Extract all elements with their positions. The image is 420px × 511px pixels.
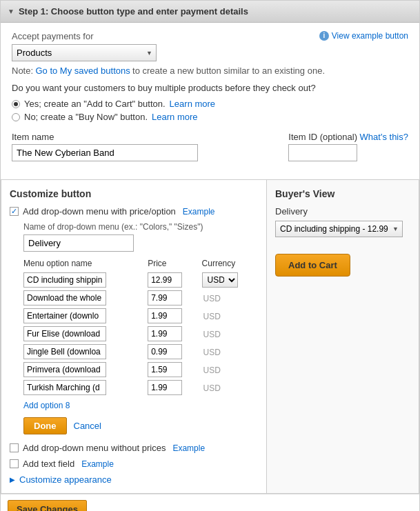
view-example-link[interactable]: View example button [332,31,408,41]
checkbox-textfield-row[interactable]: Add text field Example [10,459,258,469]
table-row: USD [23,325,258,343]
option-price-input[interactable] [148,362,182,377]
delivery-label: Delivery [275,206,410,217]
note-row: Note: Go to My saved buttons to create a… [12,66,408,76]
dropdown-name-hint: Name of drop-down menu (ex.: "Colors," "… [23,222,258,232]
done-button[interactable]: Done [23,417,67,434]
item-id-col: Item ID (optional) What's this? [288,132,408,161]
example-link-2[interactable]: Example [172,443,205,453]
customize-title: Customize button [10,188,258,199]
option-currency-text: USD [202,348,221,357]
item-name-label: Item name [12,132,274,142]
step-header: ▼ Step 1: Choose button type and enter p… [1,1,419,23]
question-row: Do you want your customers to buy multip… [12,83,408,93]
example-link-3[interactable]: Example [81,459,114,469]
option-currency-text: USD [202,383,221,393]
accept-label: Accept payments for [12,31,157,41]
two-panel: Customize button Add drop-down menu with… [1,179,419,494]
radio-yes-learn-more[interactable]: Learn more [170,99,215,109]
option-name-input[interactable] [23,362,106,377]
option-price-input[interactable] [148,272,182,288]
radio-no-dot[interactable] [12,113,20,121]
option-name-input[interactable] [23,290,106,305]
option-price-input[interactable] [148,308,182,323]
option-price-input[interactable] [148,326,182,341]
table-row: USD [23,289,258,307]
note-suffix: to create a new button similar to an exi… [132,66,325,76]
step-body: Accept payments for Products i View exam… [1,23,419,177]
checkbox-dropdown-noprice-row[interactable]: Add drop-down menu without prices Exampl… [10,443,258,453]
example-link-1[interactable]: Example [183,207,215,217]
table-row: USD [23,361,258,379]
save-changes-button[interactable]: Save Changes [8,500,87,511]
radio-yes-row[interactable]: Yes; create an "Add to Cart" button. Lea… [12,99,408,109]
option-name-input[interactable] [23,272,106,288]
product-select[interactable]: Products [12,44,157,61]
checkbox-textfield[interactable] [10,459,19,468]
col-option-header: Menu option name [23,259,148,271]
radio-yes-dot[interactable] [12,100,20,108]
option-currency-select[interactable]: USD [202,272,238,288]
option-currency-text: USD [202,312,221,321]
step-title: Step 1: Choose button type and enter pay… [19,6,248,17]
table-row: USD [23,343,258,361]
cancel-link[interactable]: Cancel [74,421,101,431]
accept-left: Accept payments for Products [12,31,157,61]
checkbox-textfield-label: Add text field [23,459,74,469]
customize-appearance-label: Customize appearance [19,474,112,485]
product-select-wrap[interactable]: Products [12,44,157,61]
info-icon: i [319,31,329,41]
option-price-input[interactable] [148,380,182,395]
saved-buttons-link[interactable]: Go to My saved buttons [35,66,130,76]
buyers-panel: Buyer's View Delivery CD including shipp… [267,180,419,493]
customize-appearance-row[interactable]: ▶ Customize appearance [10,474,258,485]
radio-yes-label: Yes; create an "Add to Cart" button. [24,99,166,109]
table-row: USD [23,379,258,397]
dropdown-indent: Name of drop-down menu (ex.: "Colors," "… [10,222,258,434]
add-to-cart-wrap: Add to Cart [275,254,410,277]
option-currency-text: USD [202,294,221,303]
table-row: USD [23,271,258,289]
checkbox-dropdown-price-row[interactable]: Add drop-down menu with price/option Exa… [10,206,258,217]
col-price-header: Price [148,259,201,271]
main-container: ▼ Step 1: Choose button type and enter p… [0,0,420,511]
checkbox-dropdown-price-label: Add drop-down menu with price/option [23,206,176,217]
add-to-cart-button[interactable]: Add to Cart [275,254,350,277]
item-name-input[interactable] [12,144,198,161]
dropdown-name-input[interactable] [23,234,134,252]
col-currency-header: Currency [202,259,258,271]
radio-no-label: No; create a "Buy Now" button. [24,112,148,122]
item-name-col: Item name [12,132,274,161]
buyers-title: Buyer's View [275,188,410,199]
buyers-select-wrap[interactable]: CD including shipping - 12.99 [275,221,403,237]
checkbox-dropdown-noprice-label: Add drop-down menu without prices [23,443,166,453]
radio-no-learn-more[interactable]: Learn more [152,112,197,122]
customize-panel: Customize button Add drop-down menu with… [1,180,267,493]
whats-this-link[interactable]: What's this? [360,132,408,142]
triangle-right-icon: ▶ [10,476,15,483]
menu-table: Menu option name Price Currency USDUSDUS… [23,259,258,397]
option-currency-text: USD [202,330,221,339]
option-currency-text: USD [202,365,221,375]
note-prefix: Note: [12,66,33,76]
add-option-link[interactable]: Add option 8 [23,401,258,410]
option-name-input[interactable] [23,344,106,359]
checkbox-dropdown-price[interactable] [10,207,19,216]
table-row: USD [23,307,258,325]
option-name-input[interactable] [23,326,106,341]
save-bar: Save Changes [1,494,419,511]
done-cancel-row: Done Cancel [23,417,258,434]
option-price-input[interactable] [148,290,182,305]
option-name-input[interactable] [23,380,106,395]
item-row: Item name Item ID (optional) What's this… [12,132,408,161]
triangle-icon: ▼ [8,8,14,15]
accept-row: Accept payments for Products i View exam… [12,31,408,61]
buyers-delivery-select[interactable]: CD including shipping - 12.99 [275,221,403,237]
radio-no-row[interactable]: No; create a "Buy Now" button. Learn mor… [12,112,408,122]
checkbox-dropdown-noprice[interactable] [10,443,19,452]
item-id-label: Item ID (optional) What's this? [288,132,408,142]
option-name-input[interactable] [23,308,106,323]
item-id-input[interactable] [288,144,357,161]
option-price-input[interactable] [148,344,182,359]
view-example-wrap: i View example button [319,31,408,41]
